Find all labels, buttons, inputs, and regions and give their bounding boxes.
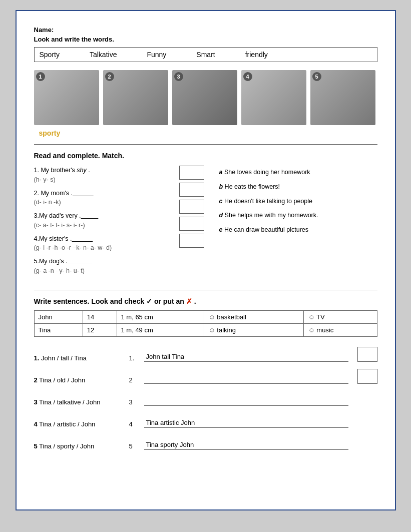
answer-box-1[interactable] (357, 347, 377, 362)
answer-num-3: 3 (129, 398, 139, 406)
match-box-5[interactable] (179, 234, 204, 248)
worksheet-page: Name: Look and write the words. Sporty T… (16, 10, 396, 510)
match-a: a She loves doing her homework (219, 168, 377, 177)
john-like2: ☺ TV (304, 310, 377, 323)
answer-line-1[interactable]: John tall Tina (144, 352, 348, 362)
image-3: 3 (172, 70, 237, 125)
tina-name: Tina (34, 323, 83, 336)
images-row: 1 2 3 4 5 (34, 70, 377, 125)
question-1: 1. My brother's shy .(h- y- s) (34, 166, 164, 185)
match-b: b He eats the flowers! (219, 182, 377, 192)
section3-instruction: Write sentences. Look and check ✓ or put… (34, 297, 377, 305)
answer-box-2[interactable] (357, 369, 377, 384)
answer-box-placeholder-3 (357, 391, 377, 406)
sentence-label-3: 3 Tina / talkative / John (34, 398, 124, 406)
question-5: 5.My dog's . (g- a -n –y- h- u- t) (34, 257, 164, 276)
answer-line-2[interactable] (144, 374, 348, 384)
tina-like2: ☺ music (304, 323, 377, 336)
section1-answer: sporty (39, 129, 377, 137)
sentence-row-5: 5 Tina / sporty / John 5 Tina sporty Joh… (34, 435, 377, 450)
match-d: d She helps me with my homework. (219, 211, 377, 220)
john-like1: ☺ basketball (204, 310, 304, 323)
sentence-row-1: 1. John / tall / Tina 1. John tall Tina (34, 347, 377, 362)
match-box-1[interactable] (179, 166, 204, 180)
tina-like1: ☺ talking (204, 323, 304, 336)
match-answers: a She loves doing her homework b He eats… (219, 168, 377, 280)
question-2: 2. My mom's . (d- i- n -k) (34, 189, 164, 208)
word-5: friendly (245, 51, 268, 59)
answer-num-1: 1. (129, 354, 139, 362)
image-2: 2 (103, 70, 168, 125)
sentences-section: 1. John / tall / Tina 1. John tall Tina … (34, 347, 377, 450)
tina-age: 12 (83, 323, 117, 336)
john-height: 1 m, 65 cm (117, 310, 204, 323)
match-box-3[interactable] (179, 200, 204, 214)
section1-instruction: Look and write the words. (34, 36, 377, 43)
img-num-5: 5 (312, 72, 321, 81)
match-e: e He can draw beautiful pictures (219, 225, 377, 235)
match-section: 1. My brother's shy .(h- y- s) 2. My mom… (34, 166, 377, 280)
answer-text-5: Tina sporty John (146, 441, 194, 448)
match-c: c He doesn't like talking to people (219, 197, 377, 206)
image-4: 4 (241, 70, 306, 125)
sentence-row-4: 4 Tina / artistic / John 4 Tina artistic… (34, 413, 377, 428)
word-1: Sporty (40, 51, 60, 59)
img-num-4: 4 (243, 72, 252, 81)
answer-text-4: Tina artistic John (146, 419, 195, 426)
word-3: Funny (147, 51, 166, 59)
data-table: John 14 1 m, 65 cm ☺ basketball ☺ TV Tin… (34, 310, 377, 337)
img-num-3: 3 (174, 72, 183, 81)
word-4: Smart (196, 51, 215, 59)
img-num-2: 2 (105, 72, 114, 81)
john-name: John (34, 310, 83, 323)
table-row-tina: Tina 12 1 m, 49 cm ☺ talking ☺ music (34, 323, 377, 336)
answer-box-placeholder-5 (357, 435, 377, 450)
john-age: 14 (83, 310, 117, 323)
word-2: Talkative (90, 51, 117, 59)
image-1: 1 (34, 70, 99, 125)
answer-num-2: 2 (129, 376, 139, 384)
match-answer-boxes (179, 166, 204, 280)
answer-num-5: 5 (129, 442, 139, 450)
sentence-row-2: 2 Tina / old / John 2 (34, 369, 377, 384)
table-row-john: John 14 1 m, 65 cm ☺ basketball ☺ TV (34, 310, 377, 323)
word-bank: Sporty Talkative Funny Smart friendly (34, 47, 377, 62)
answer-line-4[interactable]: Tina artistic John (144, 418, 348, 428)
answer-line-5[interactable]: Tina sporty John (144, 440, 348, 450)
match-box-2[interactable] (179, 183, 204, 197)
match-questions: 1. My brother's shy .(h- y- s) 2. My mom… (34, 166, 164, 280)
answer-box-placeholder-4 (357, 413, 377, 428)
name-label: Name: (34, 26, 377, 34)
divider-1 (34, 144, 377, 145)
answer-num-4: 4 (129, 420, 139, 428)
sentence-row-3: 3 Tina / talkative / John 3 (34, 391, 377, 406)
question-3: 3.My dad's very . (c- a- t- t- i- s- i- … (34, 211, 164, 230)
sentence-label-2: 2 Tina / old / John (34, 376, 124, 384)
sentence-label-5: 5 Tina / sporty / John (34, 442, 124, 450)
answer-line-3[interactable] (144, 396, 348, 406)
sentence-label-1: 1. John / tall / Tina (34, 354, 124, 362)
image-5: 5 (310, 70, 375, 125)
answer-text-1: John tall Tina (146, 353, 185, 360)
question-4: 4.My sister's . (g- i -r -h -o -r –k- n-… (34, 234, 164, 253)
sentence-label-4: 4 Tina / artistic / John (34, 420, 124, 428)
section2-instruction: Read and complete. Match. (34, 152, 377, 160)
divider-2 (34, 290, 377, 290)
match-box-4[interactable] (179, 217, 204, 231)
img-num-1: 1 (36, 72, 45, 81)
tina-height: 1 m, 49 cm (117, 323, 204, 336)
